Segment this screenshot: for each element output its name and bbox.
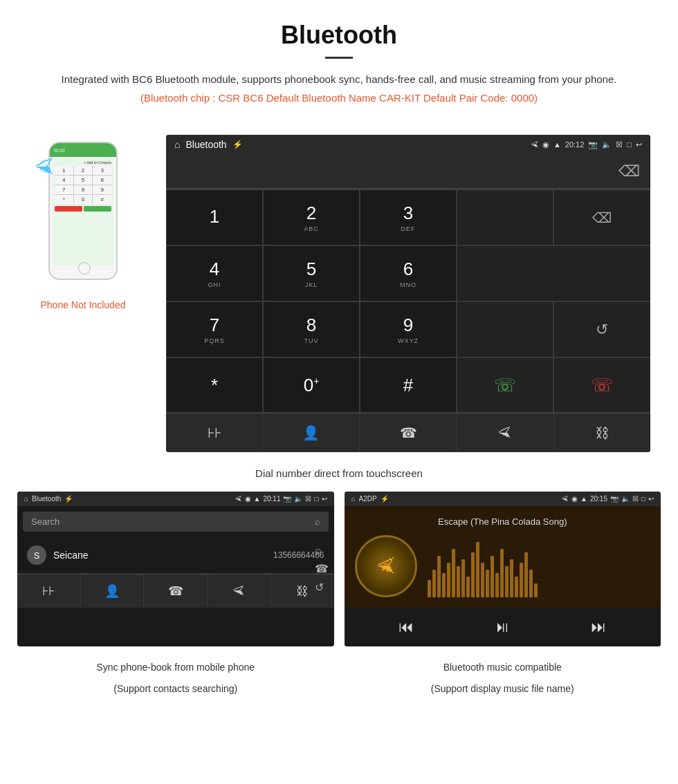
next-track-button[interactable]: ⏭: [591, 618, 606, 636]
music-close-icon[interactable]: ☒: [632, 495, 639, 503]
music-main-area: ♫ ⮘: [355, 535, 651, 597]
bottom-screenshots: ⌂ Bluetooth ⚡ ⮘ ◉ ▲ 20:11 📷 🔈 ☒ □ ↩ Sear…: [0, 492, 678, 646]
dial-key-1[interactable]: 1: [166, 189, 263, 245]
pb-home-icon[interactable]: ⌂: [24, 495, 28, 503]
vis-bar-5: [447, 563, 450, 597]
vis-bar-23: [534, 584, 538, 597]
page-description: Integrated with BC6 Bluetooth module, su…: [42, 71, 636, 88]
dialer-contacts-icon[interactable]: 👤: [263, 413, 360, 452]
music-bt-icon: ⮘: [562, 495, 569, 503]
pb-window-icon[interactable]: □: [314, 495, 318, 503]
pb-time: 20:11: [263, 495, 280, 503]
phone-screen: + Add to Contacts 1 2 3 4 5 6 7 8 9 *: [53, 158, 113, 265]
dial-key-0[interactable]: 0+: [263, 357, 360, 413]
dialer-caption: Dial number direct from touchscreen: [0, 467, 678, 479]
vis-bar-11: [476, 542, 479, 597]
signal-icon: ▲: [553, 140, 561, 149]
dialer-empty-1: [457, 189, 553, 245]
phonebook-caption-line1: Sync phone-book from mobile phone: [17, 660, 334, 675]
music-album-art: ♫ ⮘: [355, 535, 417, 597]
music-caption-line2: (Support display music file name): [345, 682, 661, 696]
dial-key-7[interactable]: 7 PQRS: [166, 301, 263, 357]
vis-bar-8: [461, 559, 465, 597]
prev-track-button[interactable]: ⏮: [398, 618, 414, 636]
reload-button[interactable]: ↺: [553, 301, 650, 357]
statusbar-left: ⌂ Bluetooth ⚡: [174, 139, 243, 150]
music-camera-icon[interactable]: 📷: [610, 495, 619, 503]
bluetooth-symbol: ⮘: [35, 156, 55, 178]
dial-key-hash[interactable]: #: [360, 357, 457, 413]
pb-phone-btn[interactable]: ☎: [144, 575, 208, 608]
bluetooth-icon-area: ⦾⦾ ⮘: [35, 156, 55, 179]
back-icon[interactable]: ↩: [636, 140, 642, 149]
dial-key-4[interactable]: 4 GHI: [166, 245, 263, 301]
vis-bar-2: [432, 570, 436, 597]
dialer-bluetooth-icon[interactable]: ⮘: [457, 413, 554, 452]
pb-sidebar-reload-icon[interactable]: ↺: [315, 581, 329, 594]
phonebook-search[interactable]: Search ⌕: [23, 512, 329, 532]
dialer-phone-icon[interactable]: ☎: [360, 413, 457, 452]
vis-bar-22: [529, 570, 533, 597]
volume-icon[interactable]: 🔈: [602, 140, 612, 149]
phonebook-caption-line2: (Support contacts searching): [17, 682, 334, 696]
pb-close-icon[interactable]: ☒: [305, 495, 311, 503]
phone-call-buttons: [55, 206, 111, 212]
vis-bar-19: [515, 577, 518, 597]
phone-home-button: [78, 262, 91, 274]
music-time: 20:15: [590, 495, 607, 503]
phone-not-included-label: Phone Not Included: [21, 299, 145, 310]
vis-bar-13: [486, 570, 489, 597]
play-pause-button[interactable]: ⏯: [495, 618, 510, 636]
pb-search-icon[interactable]: ⌕: [315, 516, 320, 527]
music-back-icon[interactable]: ↩: [648, 495, 654, 503]
location-icon: ◉: [542, 140, 549, 149]
dialer-backspace-cell[interactable]: ⌫: [553, 189, 650, 245]
music-bt-badge: ⮘: [376, 555, 396, 578]
music-home-icon[interactable]: ⌂: [351, 495, 356, 503]
phone-image: ⦾⦾ ⮘ M:20 + Add to Contacts 1 2 3: [38, 142, 128, 294]
pb-bt-icon: ⮘: [235, 495, 242, 503]
dial-key-8[interactable]: 8 TUV: [263, 301, 360, 357]
dial-key-9[interactable]: 9 WXYZ: [360, 301, 457, 357]
pb-volume-icon[interactable]: 🔈: [294, 495, 302, 503]
music-content: Escape (The Pina Colada Song) ♫ ⮘: [345, 506, 661, 608]
pb-sidebar-icons: ⌕ ☎ ↺: [312, 537, 331, 601]
end-call-button[interactable]: ☏: [553, 357, 650, 413]
contact-row-seicane[interactable]: S Seicane 13566664466: [17, 537, 334, 574]
camera-icon[interactable]: 📷: [588, 140, 598, 149]
pb-usb-icon: ⚡: [64, 495, 73, 503]
dialer-empty-2: [457, 245, 650, 301]
dial-key-6[interactable]: 6 MNO: [360, 245, 457, 301]
vis-bar-15: [495, 573, 499, 597]
music-visualizer: [428, 535, 651, 597]
pb-bt-btn[interactable]: ⮘: [208, 575, 271, 608]
call-button[interactable]: ☏: [457, 357, 553, 413]
pb-sidebar-search-icon[interactable]: ⌕: [315, 544, 329, 557]
dialer-bottom-bar: ⊦⊦ 👤 ☎ ⮘ ⛓: [166, 413, 650, 452]
dial-key-star[interactable]: *: [166, 357, 263, 413]
dial-key-5[interactable]: 5 JKL: [263, 245, 360, 301]
statusbar-right: ⮘ ◉ ▲ 20:12 📷 🔈 ☒ □ ↩: [531, 140, 642, 149]
dialer-link-icon[interactable]: ⛓: [554, 413, 650, 452]
phone-body: M:20 + Add to Contacts 1 2 3 4 5 6: [48, 142, 118, 280]
pb-contacts-btn[interactable]: 👤: [81, 575, 145, 608]
music-controls: ⏮ ⏯ ⏭: [345, 608, 661, 646]
pb-camera-icon[interactable]: 📷: [283, 495, 291, 503]
music-volume-icon[interactable]: 🔈: [621, 495, 630, 503]
pb-back-icon[interactable]: ↩: [322, 495, 327, 503]
dial-key-3[interactable]: 3 DEF: [360, 189, 457, 245]
dialer-title: Bluetooth: [185, 139, 226, 150]
home-icon[interactable]: ⌂: [174, 139, 180, 150]
vis-bar-10: [471, 552, 475, 597]
backspace-button[interactable]: ⌫: [619, 162, 640, 180]
pb-grid-btn[interactable]: ⊦⊦: [17, 575, 81, 608]
window-icon[interactable]: □: [627, 140, 632, 149]
pb-sidebar-phone-icon[interactable]: ☎: [315, 562, 329, 575]
dial-key-2[interactable]: 2 ABC: [263, 189, 360, 245]
close-icon[interactable]: ☒: [616, 140, 623, 149]
pb-title: Bluetooth: [32, 495, 61, 503]
music-window-icon[interactable]: □: [641, 495, 645, 503]
dialer-grid-icon[interactable]: ⊦⊦: [166, 413, 263, 452]
phone-mini-dialer: 1 2 3 4 5 6 7 8 9 * 0 #: [55, 166, 111, 204]
vis-bar-9: [466, 577, 470, 597]
